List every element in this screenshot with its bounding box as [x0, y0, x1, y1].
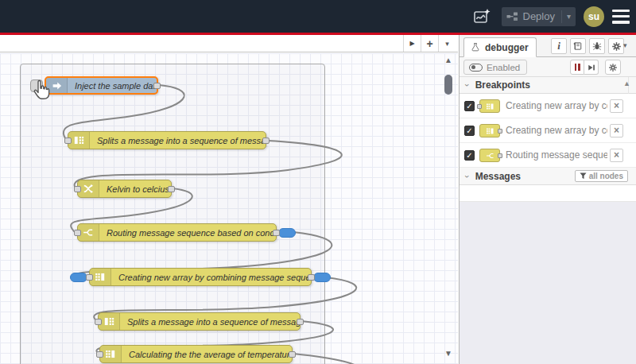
- mini-switch-node-icon: [479, 149, 500, 162]
- bug-icon: [592, 41, 602, 51]
- flow-workspace: ▶ + ▾ Inject the sam: [0, 35, 458, 364]
- step-icon: [587, 63, 596, 72]
- info-tab-button[interactable]: i: [551, 38, 567, 54]
- deploy-button[interactable]: Deploy ▾: [502, 7, 576, 26]
- tab-scroll-right-button[interactable]: ▶: [403, 35, 421, 52]
- main-menu-button[interactable]: [612, 10, 630, 24]
- messages-title: Messages: [475, 171, 521, 182]
- input-port[interactable]: [86, 274, 93, 281]
- breakpoints-section-header[interactable]: › Breakpoints: [460, 77, 636, 94]
- debugger-controls: Enabled: [460, 57, 636, 77]
- flow-node-split[interactable]: Splits a message into a sequence of mess…: [68, 131, 266, 149]
- canvas-scroll-down-arrow[interactable]: ▼: [442, 349, 455, 358]
- right-sidebar: debugger i: [460, 35, 636, 364]
- pause-icon: [575, 64, 580, 71]
- join-icon: [100, 346, 122, 362]
- input-port[interactable]: [74, 230, 81, 236]
- mouse-cursor-hand-icon: [30, 79, 51, 102]
- flow-node-join[interactable]: Creating new array by combining message …: [89, 268, 312, 286]
- breakpoint-pill-input[interactable]: [70, 273, 87, 282]
- node-label: Splits a message into a sequence of mess…: [120, 313, 300, 330]
- add-flow-button[interactable]: +: [421, 35, 438, 52]
- breakpoints-title: Breakpoints: [475, 79, 530, 91]
- input-port[interactable]: [64, 137, 72, 144]
- flow-tab-bar: ▶ + ▾: [0, 35, 458, 52]
- debugger-enabled-toggle[interactable]: Enabled: [463, 60, 527, 75]
- remove-breakpoint-button[interactable]: ×: [610, 124, 623, 137]
- flow-node-split-2[interactable]: Splits a message into a sequence of mess…: [98, 312, 301, 331]
- breakpoint-row[interactable]: ✓ Creating new array by combining messag…: [460, 118, 636, 143]
- output-port[interactable]: [273, 230, 280, 236]
- deploy-divider: [561, 10, 562, 23]
- help-tab-button[interactable]: [570, 38, 586, 54]
- message-filter-button[interactable]: all nodes: [575, 170, 628, 182]
- breakpoints-scroll-up-arrow[interactable]: ▲: [623, 79, 630, 87]
- mini-output-port: [498, 153, 502, 158]
- breakpoint-row[interactable]: ✓ Creating new array by combining messag…: [460, 94, 636, 118]
- flow-node-inject[interactable]: Inject the sample data: [45, 76, 158, 95]
- collapse-chevron-icon[interactable]: ›: [463, 83, 472, 87]
- output-port[interactable]: [168, 186, 175, 192]
- output-port[interactable]: [153, 83, 161, 89]
- join-icon: [90, 269, 111, 285]
- breakpoint-pill-output[interactable]: [313, 273, 331, 282]
- flow-node-calc-average[interactable]: Calculating the the average of temperatu…: [99, 345, 293, 363]
- node-red-app: Deploy ▾ su ▶ + ▾: [0, 0, 636, 364]
- breakpoint-label: Routing message sequence based on condit…: [506, 149, 607, 161]
- tab-debugger[interactable]: debugger: [463, 37, 537, 57]
- output-port[interactable]: [297, 319, 304, 325]
- output-port[interactable]: [308, 274, 315, 281]
- deploy-label: Deploy: [523, 10, 555, 22]
- node-label: Inject the sample data: [68, 78, 157, 93]
- mini-input-port: [477, 104, 482, 109]
- step-button[interactable]: [584, 60, 599, 75]
- config-tab-button[interactable]: [608, 38, 624, 54]
- output-port[interactable]: [262, 137, 270, 144]
- canvas-scroll-up-arrow[interactable]: ▲: [442, 56, 455, 64]
- breakpoint-checkbox[interactable]: ✓: [464, 150, 475, 161]
- breakpoint-pill-output[interactable]: [278, 228, 296, 238]
- user-avatar[interactable]: su: [584, 6, 604, 27]
- remove-breakpoint-button[interactable]: ×: [610, 149, 623, 162]
- breakpoint-checkbox[interactable]: ✓: [464, 101, 475, 111]
- flow-list-button[interactable]: ▾: [438, 35, 456, 52]
- node-label: Creating new array by combining message …: [111, 269, 311, 285]
- mini-join-node-icon: [479, 124, 500, 137]
- node-label: Calculating the the average of temperatu…: [122, 346, 292, 362]
- node-label: Splits a message into a sequence of mess…: [90, 132, 266, 149]
- flask-icon: [471, 42, 480, 52]
- input-port[interactable]: [95, 319, 102, 325]
- flow-canvas[interactable]: Inject the sample data Splits a message …: [0, 53, 458, 364]
- flow-node-change[interactable]: Kelvin to celcius: [77, 180, 172, 198]
- assistant-icon: [472, 7, 491, 26]
- canvas-scrollbar-thumb[interactable]: [444, 75, 452, 95]
- breakpoint-checkbox[interactable]: ✓: [464, 126, 475, 136]
- book-icon: [573, 41, 583, 51]
- switch-icon: [78, 224, 99, 241]
- pause-button[interactable]: [570, 60, 584, 75]
- app-header: Deploy ▾ su: [0, 0, 636, 33]
- flow-node-switch[interactable]: Routing message sequence based on condit…: [77, 223, 277, 242]
- deploy-options-caret[interactable]: ▾: [567, 12, 571, 21]
- breakpoint-row[interactable]: ✓ Routing message sequence based on cond…: [460, 143, 636, 168]
- split-icon: [99, 313, 120, 330]
- output-port[interactable]: [289, 351, 296, 358]
- messages-section-header[interactable]: › Messages all nodes: [460, 168, 636, 185]
- breakpoint-label: Creating new array by combining message …: [506, 100, 607, 111]
- collapse-chevron-icon[interactable]: ›: [463, 175, 472, 178]
- sidebar-tab-bar: debugger i: [460, 35, 636, 57]
- sidebar-tabs-menu-caret[interactable]: ▾: [623, 41, 627, 49]
- assistant-button[interactable]: [470, 5, 494, 29]
- enabled-label: Enabled: [487, 63, 520, 72]
- node-label: Routing message sequence based on condit…: [99, 224, 276, 241]
- wire-calc-out[interactable]: [293, 354, 366, 364]
- split-icon: [68, 132, 90, 149]
- node-label: Kelvin to celcius: [99, 180, 171, 197]
- debugger-settings-button[interactable]: [605, 60, 621, 75]
- debug-tab-button[interactable]: [589, 38, 605, 54]
- input-port[interactable]: [74, 186, 81, 192]
- messages-empty-area: [460, 202, 636, 364]
- messages-empty-row: [460, 185, 636, 202]
- input-port[interactable]: [96, 351, 103, 358]
- remove-breakpoint-button[interactable]: ×: [610, 99, 623, 113]
